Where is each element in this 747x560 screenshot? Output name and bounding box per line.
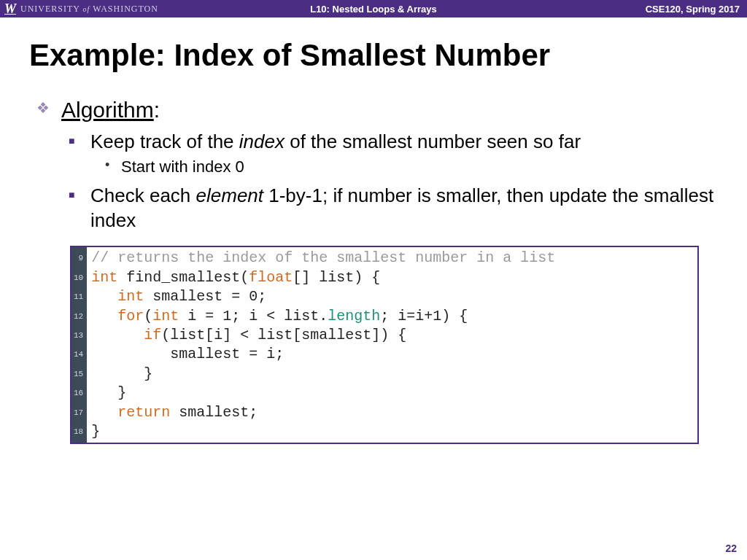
bullet-check-each: Check each element 1-by-1; if number is … bbox=[61, 184, 718, 233]
algorithm-bullet: Algorithm: Keep track of the index of th… bbox=[29, 96, 718, 233]
w-icon: W bbox=[4, 1, 16, 17]
slide-body: Example: Index of Smallest Number Algori… bbox=[0, 18, 747, 444]
course-label: CSE120, Spring 2017 bbox=[646, 4, 747, 15]
page-title: Example: Index of Smallest Number bbox=[29, 38, 718, 73]
bullet-list: Algorithm: Keep track of the index of th… bbox=[29, 96, 718, 233]
uw-logo: W UNIVERSITY of WASHINGTON bbox=[0, 1, 158, 17]
university-text: UNIVERSITY of WASHINGTON bbox=[20, 4, 158, 15]
line-number-gutter: 9 10 11 12 13 14 15 16 17 18 bbox=[71, 247, 87, 443]
code-content: // returns the index of the smallest num… bbox=[87, 247, 560, 443]
code-block: 9 10 11 12 13 14 15 16 17 18 // returns … bbox=[70, 246, 699, 444]
header-bar: W UNIVERSITY of WASHINGTON L10: Nested L… bbox=[0, 0, 747, 18]
bullet-keep-track: Keep track of the index of the smallest … bbox=[61, 130, 718, 178]
lecture-title: L10: Nested Loops & Arrays bbox=[310, 4, 437, 15]
algorithm-label: Algorithm bbox=[61, 98, 154, 122]
page-number: 22 bbox=[725, 542, 737, 554]
bullet-start-index: Start with index 0 bbox=[90, 157, 718, 178]
